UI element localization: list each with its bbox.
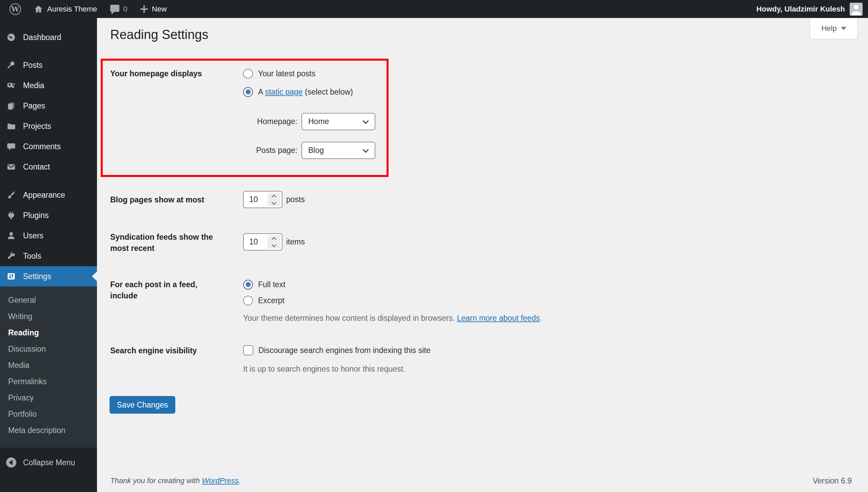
excerpt-option: Excerpt [243,295,284,306]
sidebar-item-settings[interactable]: Settings [0,266,97,287]
posts-page-select-label: Posts page: [243,146,297,155]
homepage-displays-label: Your homepage displays [110,68,232,79]
sidebar-item-projects[interactable]: Projects [0,116,97,136]
submenu-item-reading[interactable]: Reading [0,324,97,341]
site-name: Auresis Theme [47,5,97,14]
sidebar-item-media[interactable]: Media [0,75,97,96]
blog-pages-label: Blog pages show at most [110,194,232,205]
sidebar-item-dashboard[interactable]: Dashboard [0,27,97,47]
excerpt-label: Excerpt [258,296,284,305]
new-label: New [152,5,167,14]
main-content: Help Reading Settings Your homepage disp… [97,18,868,492]
chevron-down-icon [362,146,369,153]
wrench-icon [6,251,16,261]
version-text: Version 6.9 [813,476,852,486]
chevron-down-icon [841,27,846,30]
current-menu-arrow [92,272,97,281]
page-title: Reading Settings [110,27,208,42]
stepper-down-icon[interactable] [272,200,276,204]
syndication-input[interactable] [244,234,268,250]
radio-static-page[interactable] [243,87,253,97]
submenu-item-meta-description[interactable]: Meta description [0,422,97,438]
submenu-item-portfolio[interactable]: Portfolio [0,406,97,422]
stepper-down-icon[interactable] [272,242,276,247]
plug-icon [6,211,16,220]
radio-excerpt[interactable] [243,296,253,306]
plus-icon [140,5,148,13]
static-page-link[interactable]: static page [265,87,302,97]
footer-thanks: Thank you for creating with WordPress. [110,476,241,485]
static-prefix: A [258,87,265,97]
latest-posts-option: Your latest posts [243,68,315,79]
search-visibility-label: Search engine visibility [110,345,232,356]
blog-pages-input-wrap [243,191,282,208]
homepage-select[interactable]: Home [301,113,375,130]
feed-description: Your theme determines how content is dis… [243,314,542,323]
latest-posts-label: Your latest posts [258,69,315,78]
syndication-control: items [243,233,305,251]
sliders-icon [6,272,16,281]
save-changes-button[interactable]: Save Changes [110,396,175,414]
posts-page-select[interactable]: Blog [301,142,375,159]
home-icon [34,4,43,14]
comments-menu[interactable]: 0 [106,0,132,18]
dashboard-icon [6,33,16,42]
learn-more-feeds-link[interactable]: Learn more about feeds [457,314,540,322]
submenu-item-permalinks[interactable]: Permalinks [0,373,97,390]
sidebar-item-contact[interactable]: Contact [0,157,97,177]
submenu-item-general[interactable]: General [0,292,97,308]
number-stepper[interactable] [268,235,280,249]
collapse-menu-button[interactable]: Collapse Menu [0,452,97,473]
blog-pages-unit: posts [286,195,305,204]
blog-pages-input[interactable] [244,192,268,208]
sidebar-item-tools[interactable]: Tools [0,246,97,266]
sidebar-item-pages[interactable]: Pages [0,96,97,116]
syndication-input-wrap [243,233,282,251]
wordpress-logo-icon [9,3,21,15]
chevron-down-icon [362,118,369,124]
howdy-text[interactable]: Howdy, Uladzimir Kulesh [756,5,845,14]
discourage-option: Discourage search engines from indexing … [243,345,431,356]
new-content-menu[interactable]: New [136,0,171,18]
stepper-up-icon[interactable] [272,237,276,241]
sidebar-item-comments[interactable]: Comments [0,136,97,157]
settings-submenu: General Writing Reading Discussion Media… [0,287,97,448]
sidebar-item-users[interactable]: Users [0,225,97,246]
discourage-checkbox[interactable] [243,345,253,355]
submenu-item-writing[interactable]: Writing [0,308,97,324]
pin-icon [6,60,16,70]
site-home-link[interactable]: Auresis Theme [30,0,101,18]
user-icon [6,231,16,240]
radio-full-text[interactable] [243,280,253,290]
stepper-up-icon[interactable] [272,194,276,199]
homepage-select-row: Homepage: Home [243,113,375,130]
comments-count: 0 [123,5,127,14]
folder-icon [6,121,16,131]
static-suffix: (select below) [303,87,353,97]
syndication-label: Syndication feeds show the most recent [110,232,225,254]
homepage-select-label: Homepage: [243,117,297,126]
help-button[interactable]: Help [810,18,858,39]
admin-sidebar: Dashboard Posts Media Pages Projects Com… [0,18,97,492]
camera-icon [6,81,16,90]
envelope-icon [6,162,16,172]
sidebar-item-posts[interactable]: Posts [0,55,97,75]
submenu-item-media[interactable]: Media [0,357,97,373]
syndication-unit: items [286,237,305,247]
static-page-option: A static page (select below) [243,86,353,97]
number-stepper[interactable] [268,193,280,206]
submenu-item-privacy[interactable]: Privacy [0,390,97,406]
sidebar-item-appearance[interactable]: Appearance [0,185,97,205]
full-text-label: Full text [258,280,285,289]
full-text-option: Full text [243,279,285,290]
brush-icon [6,190,16,200]
user-avatar[interactable] [850,3,863,16]
sidebar-item-plugins[interactable]: Plugins [0,205,97,225]
posts-page-select-row: Posts page: Blog [243,142,375,159]
submenu-item-discussion[interactable]: Discussion [0,341,97,357]
radio-latest-posts[interactable] [243,69,253,79]
collapse-arrow-icon [6,457,16,468]
wordpress-menu[interactable] [5,0,25,18]
wordpress-link[interactable]: WordPress [202,476,239,485]
discourage-label: Discourage search engines from indexing … [258,346,431,355]
